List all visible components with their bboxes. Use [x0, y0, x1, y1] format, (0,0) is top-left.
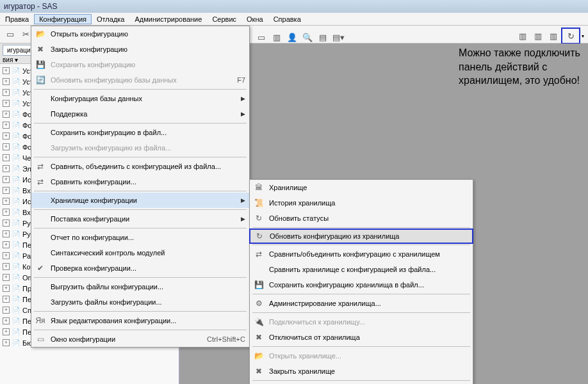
expand-icon[interactable]: + [3, 285, 10, 292]
menu-item[interactable]: ЯяЯзык редактирования конфигурации... [31, 313, 249, 328]
icon-e[interactable]: ▤ [316, 31, 329, 44]
storage-panel-icon[interactable]: ↻ [564, 29, 577, 42]
submenu-arrow-icon: ▶ [241, 216, 245, 222]
icon-d[interactable]: 🔍 [301, 31, 314, 44]
menubar-item-2[interactable]: Отладка [92, 14, 129, 24]
expand-icon[interactable]: + [3, 154, 10, 161]
menu-item[interactable]: Синтаксический контроль модулей [31, 245, 249, 260]
menu-item[interactable]: Загрузить файлы конфигурации... [31, 294, 249, 310]
doc-icon: 📄 [12, 284, 20, 293]
expand-icon[interactable]: + [3, 67, 10, 74]
separator [252, 294, 470, 294]
dropdown-arrow-icon[interactable]: ▾ [582, 33, 584, 39]
menu-icon: 🔄 [34, 74, 47, 86]
doc-icon: 📄 [12, 154, 20, 163]
menu-item[interactable]: ▭Окно конфигурацииCtrl+Shift+C [31, 332, 249, 347]
expand-icon[interactable]: + [3, 198, 10, 205]
menu-item[interactable]: 📂Открыть конфигурацию [31, 26, 249, 42]
menu-icon: 📂 [252, 349, 265, 362]
menu-item[interactable]: 📜История хранилища [250, 195, 473, 211]
menu-label: Сохранить конфигурацию в файл... [51, 129, 245, 136]
menu-label: Поддержка [51, 110, 241, 118]
menu-item[interactable]: 🏛Хранилище [250, 180, 473, 195]
menu-item[interactable]: ✖Закрыть хранилище [250, 364, 473, 379]
menubar-item-0[interactable]: Правка [0, 14, 34, 24]
menu-item[interactable]: ⚙Администрирование хранилища... [250, 296, 473, 311]
expand-icon[interactable]: + [3, 122, 10, 129]
menubar-item-3[interactable]: Администрирование [129, 14, 207, 24]
menu-item[interactable]: Поддержка▶ [31, 106, 249, 122]
expand-icon[interactable]: + [3, 209, 10, 216]
doc-icon: 📄 [12, 295, 20, 304]
menu-item[interactable]: Конфигурация базы данных▶ [31, 91, 249, 106]
expand-icon[interactable]: + [3, 339, 10, 346]
menu-item[interactable]: ↻Обновить статусы [250, 211, 473, 226]
menu-item[interactable]: ✔Проверка конфигурации... [31, 260, 249, 276]
expand-icon[interactable]: + [3, 220, 10, 227]
expand-icon[interactable]: + [3, 307, 10, 314]
doc-icon: 📄 [12, 219, 20, 228]
menu-icon: ✖ [34, 43, 47, 56]
tool-b-icon[interactable]: ▥ [532, 29, 544, 42]
expand-icon[interactable]: + [3, 132, 10, 140]
cut-icon[interactable]: ✂ [19, 28, 32, 41]
menu-item[interactable]: ✖Отключиться от хранилища [250, 330, 473, 345]
sidebar-subtab[interactable]: вия ▾ [3, 56, 18, 63]
menu-item[interactable]: Выгрузить файлы конфигурации... [31, 279, 249, 294]
menu-item[interactable]: Хранилище конфигурации▶ [31, 193, 249, 208]
icon-b[interactable]: ▥ [270, 31, 283, 44]
menu-item[interactable]: ⇄Сравнить конфигурации... [31, 174, 249, 189]
menubar-item-1[interactable]: Конфигурация [34, 14, 92, 24]
expand-icon[interactable]: + [3, 143, 10, 150]
separator [252, 346, 470, 347]
tool-c-icon[interactable]: ▥ [547, 29, 560, 42]
sidebar-tab[interactable]: игураци [3, 45, 35, 56]
menu-item[interactable]: 💾Сохранить конфигурацию хранилища в файл… [250, 277, 473, 292]
storage-submenu: 🏛Хранилище📜История хранилища↻Обновить ст… [249, 179, 473, 384]
menu-label: Отключиться от хранилища [269, 333, 469, 341]
expand-icon[interactable]: + [3, 187, 10, 194]
menu-icon: ↻ [253, 230, 266, 243]
menu-item[interactable]: Отчет по конфигурации... [31, 230, 249, 245]
menu-item[interactable]: ✖Закрыть конфигурацию [31, 42, 249, 57]
expand-icon[interactable]: + [3, 252, 10, 259]
expand-icon[interactable]: + [3, 317, 10, 324]
menu-item[interactable]: Поставка конфигурации▶ [31, 211, 249, 227]
menubar-item-5[interactable]: Окна [241, 14, 268, 24]
menu-item[interactable]: ↻Обновить конфигурацию из хранилища [249, 228, 473, 244]
menubar-item-6[interactable]: Справка [268, 14, 306, 24]
expand-icon[interactable]: + [3, 296, 10, 303]
expand-icon[interactable]: + [3, 230, 10, 237]
doc-icon: 📄 [12, 197, 20, 206]
icon-c[interactable]: 👤 [286, 31, 298, 44]
menubar-item-4[interactable]: Сервис [207, 14, 241, 24]
menu-item[interactable]: ⇄Сравнить, объединить с конфигурацией из… [31, 159, 249, 174]
menu-label: Загрузить конфигурацию из файла... [51, 144, 245, 152]
menu-label: Синтаксический контроль модулей [51, 249, 245, 257]
menu-label: Закрыть конфигурацию [51, 45, 245, 53]
menu-icon: 📂 [34, 28, 47, 40]
menu-item: 🔌Подключиться к хранилищу... [250, 314, 473, 330]
submenu-arrow-icon: ▶ [241, 111, 245, 117]
new-icon[interactable]: ▭ [4, 28, 17, 41]
icon-f[interactable]: ▤▾ [332, 31, 345, 44]
expand-icon[interactable]: + [3, 89, 10, 96]
expand-icon[interactable]: + [3, 111, 10, 118]
expand-icon[interactable]: + [3, 263, 10, 270]
menu-label: Сравнить хранилище с конфигурацией из фа… [269, 266, 469, 273]
menu-item[interactable]: Сохранить конфигурацию в файл... [31, 125, 249, 140]
menu-item[interactable]: ⇄Сравнить/объединить конфигурацию с хран… [250, 246, 473, 262]
expand-icon[interactable]: + [3, 165, 10, 172]
menu-label: Хранилище конфигурации [51, 196, 241, 204]
icon-a[interactable]: ▭ [255, 31, 268, 44]
expand-icon[interactable]: + [3, 241, 10, 248]
expand-icon[interactable]: + [3, 274, 10, 281]
toolbar-right: ▥ ▥ ▥ ↻ ▾ [515, 28, 584, 44]
menu-icon: 📜 [252, 196, 265, 209]
expand-icon[interactable]: + [3, 328, 10, 335]
expand-icon[interactable]: + [3, 100, 10, 107]
expand-icon[interactable]: + [3, 176, 10, 183]
expand-icon[interactable]: + [3, 78, 10, 85]
tool-a-icon[interactable]: ▥ [516, 29, 529, 42]
menu-item[interactable]: Сравнить хранилище с конфигурацией из фа… [250, 262, 473, 277]
